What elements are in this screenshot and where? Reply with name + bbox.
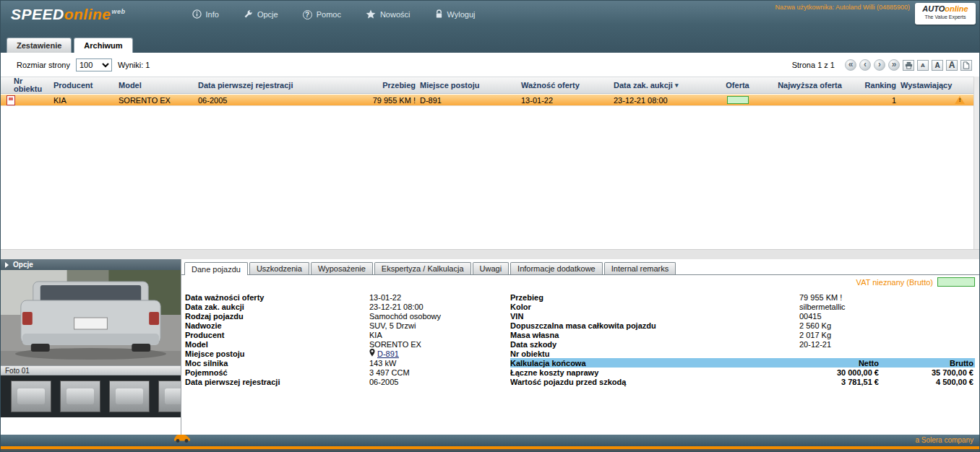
menu-label: Pomoc [317,10,341,19]
netto-value: 3 781,51 € [799,378,879,386]
tab-uwagi[interactable]: Uwagi [473,262,510,274]
thumbnail-strip [1,375,181,417]
app-window: SPEEDonlineweb Info Opcje ? Pomoc Nowośc… [0,0,980,452]
font-size-large-button[interactable]: A [946,60,958,71]
font-size-small-button[interactable]: A [917,60,929,71]
menu-item-opcje[interactable]: Opcje [244,9,278,20]
detail-row: Przebieg79 955 KM ! [510,292,975,302]
details-left-column: Data ważności oferty13-01-22 Data zak. a… [185,292,509,386]
map-pin-icon [369,349,375,358]
vehicle-photo[interactable] [1,270,181,365]
column-header-najwyzsza-oferta[interactable]: Najwyższa oferta [754,77,866,93]
cell-miejsce-postoju: D-891 [418,95,519,105]
horizontal-scrollbar[interactable] [1,249,979,259]
tab-uszkodzenia[interactable]: Uszkodzenia [249,262,309,274]
pager-last-button[interactable]: » [888,59,900,71]
pager-next-button[interactable]: › [874,59,885,71]
column-header-producent[interactable]: Producent [51,77,116,93]
font-size-medium-button[interactable]: A [932,60,943,71]
menu-item-wyloguj[interactable]: Wyloguj [435,9,476,20]
brand-online: online [945,4,968,13]
warning-icon: ! [955,95,965,105]
photo-thumbnail-1[interactable] [11,381,51,412]
column-header-nr-obiektu[interactable]: Nr obiektu [1,77,51,93]
export-icon[interactable] [960,60,972,71]
netto-column-header: Netto [799,359,879,368]
column-header-przebieg[interactable]: Przebieg [351,77,418,93]
tab-ekspertyza-kalkulacja[interactable]: Ekspertyza / Kalkulacja [374,262,471,274]
cell-ranking: 1 [866,95,898,105]
column-header-data-rejestracji[interactable]: Data pierwszej rejestracji [196,77,351,93]
pager-prev-button[interactable]: ‹ [859,59,871,71]
detail-row: Miejsce postoju D-891 [185,349,509,358]
tab-internal-remarks[interactable]: Internal remarks [604,262,676,274]
photo-thumbnail-4[interactable] [158,381,181,412]
page-size-select[interactable]: 100 [76,58,112,71]
brand-tagline: The Value Experts [919,13,972,21]
tab-informacje-dodatkowe[interactable]: Informacje dodatkowe [510,262,603,274]
detail-section: Opcje [1,259,979,436]
username-label: Nazwa użytkownika: Autoland Willi (04885… [775,4,910,11]
column-header-oferta[interactable]: Oferta [721,77,754,93]
solera-company-label: a Solera company [915,436,973,444]
print-icon[interactable] [903,60,914,71]
tab-zestawienie[interactable]: Zestawienie [7,38,72,53]
detail-row: Data zak. aukcji23-12-21 08:00 [185,302,509,311]
cell-model: SORENTO EX [116,95,196,105]
chevron-right-icon [5,262,9,268]
offer-input-box[interactable] [727,96,749,104]
car-icon [173,433,192,446]
detail-row: Dopuszczalna masa całkowita pojazdu2 560… [510,321,975,330]
vertical-scrollbar[interactable] [973,77,979,249]
results-grid: Nr obiektu Producent Model Data pierwsze… [1,77,973,106]
brutto-column-header: Brutto [879,359,975,368]
vehicle-photo-image [1,270,181,365]
netto-value: 30 000,00 € [799,368,879,377]
column-header-data-zak-aukcji[interactable]: Data zak. aukcji▾ [611,77,721,93]
calculation-row: Wartość pojazdu przed szkodą 3 781,51 € … [510,377,975,386]
topbar: SPEEDonlineweb Info Opcje ? Pomoc Nowośc… [1,1,979,28]
detail-row: Data ważności oferty13-01-22 [185,292,509,302]
lock-icon [435,9,443,20]
tab-dane-pojazdu[interactable]: Dane pojazdu [184,262,248,275]
info-icon [192,9,202,20]
detail-row: ProducentKIA [185,330,509,339]
column-header-miejsce-postoju[interactable]: Miejsce postoju [418,77,519,93]
tab-archiwum[interactable]: Archiwum [74,38,132,53]
autoonline-logo: AUTOonline The Value Experts [915,3,976,25]
results-count: Wyniki: 1 [118,61,150,69]
table-row[interactable]: KIA SORENTO EX 06-2005 79 955 KM ! D-891… [1,94,973,106]
detail-row: Kolorsilbermetallic [510,302,975,311]
menu-item-pomoc[interactable]: ? Pomoc [303,9,341,20]
menu-item-info[interactable]: Info [192,9,219,20]
detail-row: Pojemność3 497 CCM [185,368,509,377]
sort-desc-icon: ▾ [675,82,679,90]
detail-row: Data pierwszej rejestracji06-2005 [185,377,509,386]
photo-thumbnail-3[interactable] [109,381,150,412]
location-link[interactable]: D-891 [377,349,399,358]
grid-header: Nr obiektu Producent Model Data pierwsze… [1,77,973,94]
vat-note: VAT nieznany (Brutto) [856,278,933,287]
wrench-icon [244,9,253,20]
menu-item-nowosci[interactable]: Nowości [366,9,411,20]
column-header-ranking[interactable]: Ranking [866,77,898,93]
calculation-row: Łączne koszty naprawy 30 000,00 € 35 700… [510,368,975,377]
tab-wyposazenie[interactable]: Wyposażenie [311,262,373,274]
top-region: SPEEDonlineweb Info Opcje ? Pomoc Nowośc… [1,1,979,53]
detail-pane: Dane pojazdu Uszkodzenia Wyposażenie Eks… [181,259,979,436]
page-status: Strona 1 z 1 [792,61,835,69]
column-header-waznosc-oferty[interactable]: Ważność oferty [519,77,611,93]
cell-waznosc-oferty: 13-01-22 [519,95,611,105]
detail-body: VAT nieznany (Brutto) Data ważności ofer… [181,274,979,436]
detail-row: Rodzaj pojazduSamochód osobowy [185,311,509,321]
detail-row: Masa własna2 017 Kg [510,330,975,339]
detail-row: NadwozieSUV, 5 Drzwi [185,321,509,330]
column-header-model[interactable]: Model [116,77,196,93]
options-panel-header[interactable]: Opcje [1,259,181,270]
top-menu: Info Opcje ? Pomoc Nowości Wyloguj [192,9,476,20]
photo-thumbnail-2[interactable] [60,381,100,412]
help-icon: ? [303,10,312,19]
detail-row: VIN00415 [510,311,975,321]
column-header-wystawiajacy[interactable]: Wystawiający [898,77,975,93]
pager-first-button[interactable]: « [845,59,856,71]
